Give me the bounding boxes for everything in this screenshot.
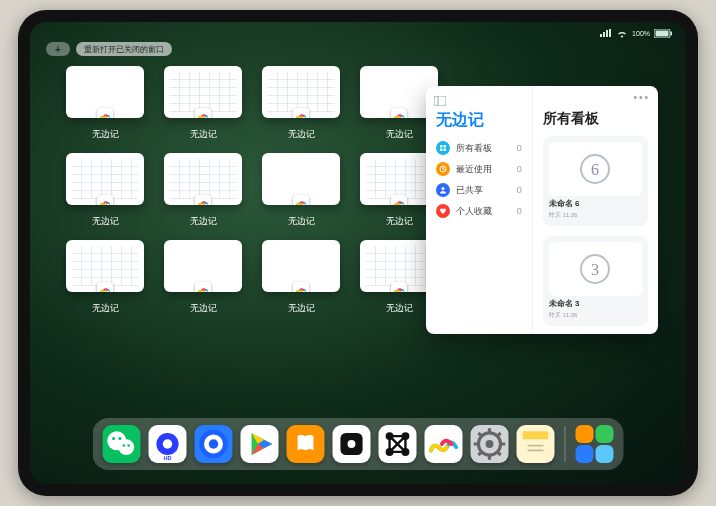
board-card[interactable]: 6未命名 6昨天 11:26 <box>543 136 648 226</box>
window-preview <box>66 240 144 292</box>
board-name: 未命名 6 <box>549 198 642 209</box>
wechat-icon <box>103 425 141 463</box>
status-bar: 100% <box>30 26 686 40</box>
window-label: 无边记 <box>190 128 217 141</box>
svg-rect-9 <box>440 145 443 148</box>
svg-point-26 <box>163 439 173 449</box>
freeform-app-badge-icon <box>97 282 113 292</box>
svg-line-48 <box>478 433 481 436</box>
window-thumbnail[interactable]: 无边记 <box>164 153 242 228</box>
settings-icon <box>471 425 509 463</box>
more-icon[interactable]: ••• <box>633 92 650 103</box>
dock-app-notes[interactable] <box>517 425 555 463</box>
svg-line-49 <box>497 452 500 455</box>
freeform-app-badge-icon <box>293 195 309 205</box>
board-thumbnail: 3 <box>549 242 642 296</box>
board-name: 未命名 3 <box>549 298 642 309</box>
nav-item-heart[interactable]: 个人收藏0 <box>436 204 522 218</box>
window-preview <box>164 66 242 118</box>
window-thumbnail[interactable]: 无边记 <box>262 240 340 315</box>
dock-recent-apps[interactable] <box>576 425 614 463</box>
board-thumbnail: 6 <box>549 142 642 196</box>
dock-app-dice[interactable] <box>333 425 371 463</box>
dock: HD <box>93 418 624 470</box>
board-date: 昨天 11:26 <box>549 311 642 320</box>
freeform-app-badge-icon <box>97 195 113 205</box>
window-thumbnail[interactable]: 无边记 <box>262 66 340 141</box>
clock-icon <box>436 162 450 176</box>
board-date: 昨天 11:26 <box>549 211 642 220</box>
app-expose-grid: 无边记无边记无边记无边记无边记无边记无边记无边记无边记无边记无边记无边记 <box>66 66 436 315</box>
svg-rect-0 <box>600 34 602 37</box>
freeform-app-badge-icon <box>391 108 407 118</box>
nav-item-count: 0 <box>517 206 522 216</box>
window-thumbnail[interactable]: 无边记 <box>66 66 144 141</box>
dock-app-books[interactable] <box>287 425 325 463</box>
window-label: 无边记 <box>190 302 217 315</box>
nav-item-clock[interactable]: 最近使用0 <box>436 162 522 176</box>
nav-item-count: 0 <box>517 164 522 174</box>
freeform-panel[interactable]: ••• 无边记 所有看板0最近使用0已共享0个人收藏0 所有看板 6未命名 6昨… <box>426 86 658 334</box>
dice-icon <box>333 425 371 463</box>
ipad-frame: 100% + 重新打开已关闭的窗口 无边记无边记无边记无边记无边记无边记无边记无… <box>18 10 698 496</box>
dock-app-graph[interactable] <box>379 425 417 463</box>
svg-point-43 <box>486 440 494 448</box>
svg-point-24 <box>127 444 130 447</box>
dock-app-freeform[interactable] <box>425 425 463 463</box>
window-label: 无边记 <box>386 215 413 228</box>
window-thumbnail[interactable]: 无边记 <box>66 240 144 315</box>
window-label: 无边记 <box>92 215 119 228</box>
nav-item-grid[interactable]: 所有看板0 <box>436 141 522 155</box>
svg-rect-1 <box>603 32 605 37</box>
dock-app-browser[interactable] <box>195 425 233 463</box>
dock-app-play[interactable] <box>241 425 279 463</box>
window-preview <box>262 240 340 292</box>
nav-item-label: 个人收藏 <box>456 205 492 218</box>
dock-app-wechat[interactable] <box>103 425 141 463</box>
panel-content: 所有看板 6未命名 6昨天 11:263未命名 3昨天 11:26 <box>533 86 658 334</box>
freeform-icon <box>425 425 463 463</box>
freeform-app-badge-icon <box>293 108 309 118</box>
window-label: 无边记 <box>386 302 413 315</box>
freeform-app-badge-icon <box>195 108 211 118</box>
battery-icon <box>654 29 672 38</box>
reopen-closed-window-button[interactable]: 重新打开已关闭的窗口 <box>76 42 172 56</box>
window-preview <box>164 240 242 292</box>
svg-point-22 <box>118 437 121 440</box>
svg-point-30 <box>209 439 219 449</box>
dock-app-quark[interactable]: HD <box>149 425 187 463</box>
window-thumbnail[interactable]: 无边记 <box>164 240 242 315</box>
nav-item-count: 0 <box>517 143 522 153</box>
window-thumbnail[interactable]: 无边记 <box>262 153 340 228</box>
battery-percent: 100% <box>632 30 650 37</box>
quark-icon: HD <box>149 425 187 463</box>
window-preview <box>262 66 340 118</box>
new-window-button[interactable]: + <box>46 42 70 56</box>
freeform-app-badge-icon <box>391 195 407 205</box>
svg-point-20 <box>118 439 134 455</box>
svg-text:6: 6 <box>591 161 599 178</box>
notes-icon <box>517 425 555 463</box>
window-label: 无边记 <box>288 215 315 228</box>
svg-rect-11 <box>440 149 443 152</box>
cellular-signal-icon <box>600 29 612 37</box>
plus-icon: + <box>55 44 61 55</box>
svg-text:3: 3 <box>591 261 599 278</box>
board-card[interactable]: 3未命名 3昨天 11:26 <box>543 236 648 326</box>
svg-point-14 <box>442 187 445 190</box>
nav-item-person[interactable]: 已共享0 <box>436 183 522 197</box>
window-label: 无边记 <box>92 128 119 141</box>
window-thumbnail[interactable]: 无边记 <box>164 66 242 141</box>
freeform-app-badge-icon <box>195 282 211 292</box>
window-thumbnail[interactable]: 无边记 <box>66 153 144 228</box>
grid-icon <box>436 141 450 155</box>
svg-rect-3 <box>609 29 611 37</box>
sidebar-toggle-icon[interactable] <box>434 92 446 110</box>
window-label: 无边记 <box>190 215 217 228</box>
panel-app-title: 无边记 <box>436 110 522 131</box>
board-list: 6未命名 6昨天 11:263未命名 3昨天 11:26 <box>543 136 648 326</box>
window-preview <box>66 153 144 205</box>
freeform-app-badge-icon <box>195 195 211 205</box>
dock-app-settings[interactable] <box>471 425 509 463</box>
svg-line-50 <box>497 433 500 436</box>
